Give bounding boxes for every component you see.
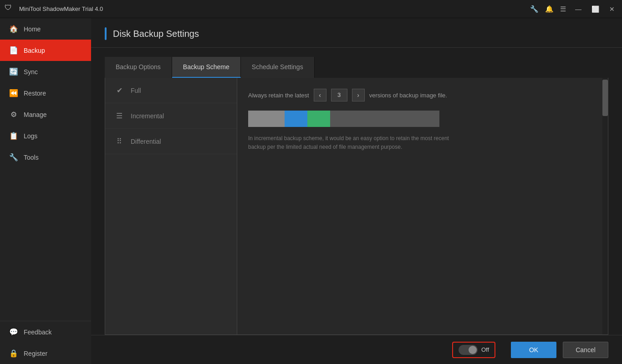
scrollbar-thumb[interactable] (602, 80, 608, 116)
restore-icon: ⏪ (9, 89, 18, 97)
cancel-button[interactable]: Cancel (563, 342, 608, 358)
feedback-icon: 💬 (9, 328, 18, 336)
sidebar-bottom: 💬 Feedback 🔒 Register (0, 321, 91, 364)
page-title: Disk Backup Settings (113, 29, 199, 39)
sidebar-item-restore[interactable]: ⏪ Restore (0, 82, 91, 104)
color-seg-blue (285, 111, 307, 127)
sidebar-item-home[interactable]: 🏠 Home (0, 18, 91, 40)
sidebar-item-feedback[interactable]: 💬 Feedback (0, 321, 91, 343)
differential-icon: ⠿ (114, 137, 124, 146)
color-seg-gray (248, 111, 285, 127)
retain-value: 3 (331, 89, 347, 101)
bell-icon[interactable]: 🔔 (545, 5, 554, 13)
menu-icon[interactable]: ☰ (560, 5, 566, 13)
wrench-icon[interactable]: 🔧 (530, 5, 539, 13)
toggle-switch[interactable] (459, 345, 478, 355)
content-panels: ✔ Full ☰ Incremental ⠿ Differential (105, 78, 608, 335)
tab-schedule-settings[interactable]: Schedule Settings (241, 57, 315, 78)
title-accent (105, 27, 107, 40)
left-panel: ✔ Full ☰ Incremental ⠿ Differential (105, 78, 237, 334)
toggle-knob (469, 346, 477, 354)
retain-increment-button[interactable]: › (352, 89, 365, 101)
sidebar-item-logs[interactable]: 📋 Logs (0, 125, 91, 147)
retain-decrement-button[interactable]: ‹ (314, 89, 326, 101)
maximize-button[interactable]: ⬜ (589, 5, 602, 14)
dialog-body: Backup Options Backup Scheme Schedule Se… (91, 48, 622, 335)
page-title-bar: Disk Backup Settings (91, 18, 622, 48)
right-panel: Always retain the latest ‹ 3 › versions … (237, 78, 608, 334)
register-icon: 🔒 (9, 349, 18, 358)
retain-row: Always retain the latest ‹ 3 › versions … (248, 89, 597, 101)
sync-icon: 🔄 (9, 67, 18, 76)
tools-icon: 🔧 (9, 153, 18, 162)
scheme-color-bar (248, 111, 439, 127)
minimize-button[interactable]: — (572, 5, 584, 14)
tab-backup-options[interactable]: Backup Options (105, 57, 172, 78)
ok-button[interactable]: OK (511, 342, 556, 358)
backup-type-incremental[interactable]: ☰ Incremental (105, 103, 237, 129)
toggle-label: Off (481, 346, 489, 353)
app-title: MiniTool ShadowMaker Trial 4.0 (19, 5, 530, 12)
home-icon: 🏠 (9, 25, 18, 33)
tab-backup-scheme[interactable]: Backup Scheme (172, 57, 241, 78)
sidebar-spacer (0, 168, 91, 321)
manage-icon: ⚙ (9, 110, 18, 119)
logs-icon: 📋 (9, 131, 18, 140)
sidebar-item-manage[interactable]: ⚙ Manage (0, 104, 91, 125)
footer: Off OK Cancel (91, 335, 622, 364)
tabs-bar: Backup Options Backup Scheme Schedule Se… (105, 57, 608, 78)
sidebar-item-tools[interactable]: 🔧 Tools (0, 147, 91, 168)
scrollbar-track[interactable] (602, 78, 608, 334)
close-button[interactable]: ✕ (607, 5, 617, 14)
main-content: Disk Backup Settings Backup Options Back… (91, 18, 622, 364)
retain-label: Always retain the latest (248, 92, 309, 99)
color-seg-dark (330, 111, 439, 127)
titlebar: 🛡 MiniTool ShadowMaker Trial 4.0 🔧 🔔 ☰ —… (0, 0, 622, 18)
backup-type-differential[interactable]: ⠿ Differential (105, 129, 237, 154)
full-check-icon: ✔ (114, 86, 124, 95)
tab-section: Backup Options Backup Scheme Schedule Se… (105, 57, 608, 335)
app-logo: 🛡 (5, 4, 15, 15)
window-controls[interactable]: — ⬜ ✕ (572, 5, 617, 14)
backup-type-full[interactable]: ✔ Full (105, 78, 237, 103)
sidebar-item-backup[interactable]: 📄 Backup (0, 40, 91, 61)
app-body: 🏠 Home 📄 Backup 🔄 Sync ⏪ Restore ⚙ Manag… (0, 18, 622, 364)
color-seg-green (307, 111, 330, 127)
retain-suffix: versions of backup image file. (369, 92, 447, 99)
toggle-area: Off (452, 342, 495, 358)
sidebar-item-sync[interactable]: 🔄 Sync (0, 61, 91, 82)
incremental-icon: ☰ (114, 111, 124, 120)
scheme-description: In incremental backup scheme, it would b… (248, 134, 597, 152)
sidebar: 🏠 Home 📄 Backup 🔄 Sync ⏪ Restore ⚙ Manag… (0, 18, 91, 364)
sidebar-item-register[interactable]: 🔒 Register (0, 343, 91, 364)
backup-icon: 📄 (9, 46, 18, 55)
